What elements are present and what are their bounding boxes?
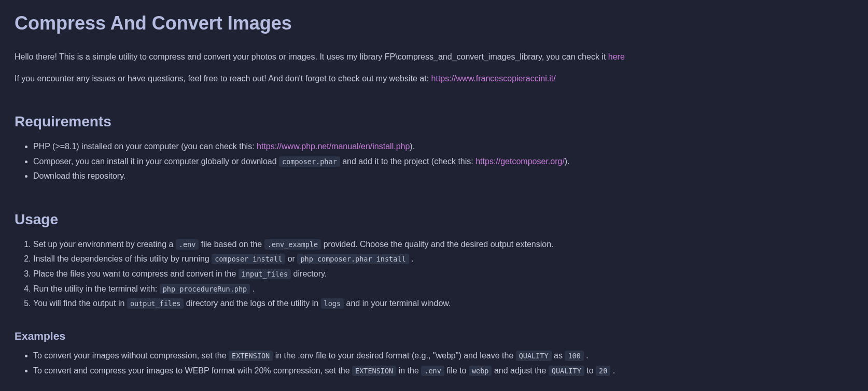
ex1-c: as	[552, 351, 565, 360]
ex1-d: .	[584, 351, 589, 360]
intro-text: Hello there! This is a simple utility to…	[15, 52, 608, 61]
readme-container: Compress And Convert Images Hello there!…	[0, 0, 868, 391]
code-inline: 100	[565, 351, 583, 361]
code-inline: php composer.phar install	[297, 254, 409, 264]
composer-link[interactable]: https://getcomposer.org/	[475, 157, 565, 166]
step2-a: Install the dependencies of this utility…	[33, 254, 212, 263]
step5-c: and in your terminal window.	[344, 299, 451, 308]
examples-heading: Examples	[15, 328, 853, 344]
list-item: Composer, you can install it in your com…	[33, 155, 853, 168]
code-inline: 20	[596, 366, 610, 376]
usage-heading: Usage	[15, 209, 853, 230]
req2-post: ).	[565, 157, 570, 166]
ex2-c: file to	[444, 366, 469, 375]
code-inline: EXTENSION	[229, 351, 273, 361]
code-inline: EXTENSION	[352, 366, 396, 376]
requirements-list: PHP (>=8.1) installed on your computer (…	[15, 140, 853, 183]
list-item: PHP (>=8.1) installed on your computer (…	[33, 140, 853, 153]
intro-paragraph-2: If you encounter any issues or have ques…	[15, 73, 853, 85]
ex2-f: .	[610, 366, 615, 375]
step4-b: .	[250, 284, 255, 293]
intro-paragraph-1: Hello there! This is a simple utility to…	[15, 51, 853, 63]
step1-a: Set up your environment by creating a	[33, 240, 176, 249]
ex2-d: and adjust the	[492, 366, 548, 375]
req1-pre: PHP (>=8.1) installed on your computer (…	[33, 142, 257, 151]
code-inline: .env_example	[264, 239, 321, 250]
library-here-link[interactable]: here	[608, 52, 625, 61]
list-item: Run the utility in the terminal with: ph…	[33, 282, 853, 296]
step3-a: Place the files you want to compress and…	[33, 269, 239, 278]
step1-b: file based on the	[199, 240, 264, 249]
code-inline: logs	[321, 298, 344, 309]
code-inline: QUALITY	[549, 366, 584, 376]
code-inline: php procedureRun.php	[160, 284, 250, 294]
ex2-b: in the	[396, 366, 421, 375]
list-item: To convert your images without compressi…	[33, 349, 853, 363]
req2-mid: and add it to the project (check this:	[340, 157, 475, 166]
step4-a: Run the utility in the terminal with:	[33, 284, 160, 293]
code-inline: .env	[176, 239, 199, 250]
code-inline: output_files	[127, 298, 184, 309]
website-link[interactable]: https://www.francescopieraccini.it/	[431, 74, 556, 83]
list-item: Download this repository.	[33, 169, 853, 183]
ex1-a: To convert your images without compressi…	[33, 351, 229, 360]
step2-b: or	[285, 254, 297, 263]
examples-list: To convert your images without compressi…	[15, 349, 853, 377]
usage-list: Set up your environment by creating a .e…	[15, 238, 853, 310]
ex2-e: to	[584, 366, 596, 375]
req1-post: ).	[410, 142, 415, 151]
ex1-b: in the .env file to your desired format …	[273, 351, 516, 360]
req2-pre: Composer, you can install it in your com…	[33, 157, 279, 166]
requirements-heading: Requirements	[15, 111, 853, 133]
list-item: To convert and compress your images to W…	[33, 364, 853, 378]
code-inline: .env	[421, 366, 444, 376]
list-item: Place the files you want to compress and…	[33, 267, 853, 281]
list-item: Set up your environment by creating a .e…	[33, 238, 853, 251]
php-install-link[interactable]: https://www.php.net/manual/en/install.ph…	[257, 142, 410, 151]
ex2-a: To convert and compress your images to W…	[33, 366, 352, 375]
code-inline: composer install	[212, 254, 285, 264]
page-title: Compress And Convert Images	[15, 9, 853, 37]
step3-b: directory.	[291, 269, 327, 278]
list-item: You will find the output in output_files…	[33, 297, 853, 310]
step5-b: directory and the logs of the utility in	[184, 299, 320, 308]
code-inline: webp	[469, 366, 492, 376]
code-inline: input_files	[239, 269, 291, 279]
step1-c: provided. Choose the quality and the des…	[321, 240, 553, 249]
intro-text-2: If you encounter any issues or have ques…	[15, 74, 431, 83]
list-item: Install the dependencies of this utility…	[33, 252, 853, 266]
code-inline: QUALITY	[516, 351, 552, 361]
code-inline: composer.phar	[279, 156, 340, 167]
step5-a: You will find the output in	[33, 299, 127, 308]
step2-c: .	[409, 254, 414, 263]
